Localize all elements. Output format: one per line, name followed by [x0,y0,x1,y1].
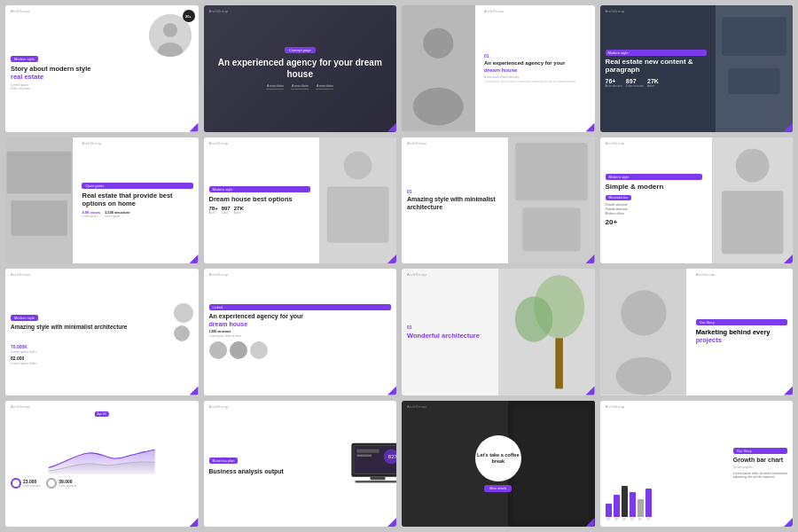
slide-10-label: ArchGroup [209,272,229,277]
slide-8-menu-3: Modern office [606,212,703,215]
svg-rect-41 [356,481,396,483]
slide-5-title: Real estate that provide best options on… [82,192,192,207]
svg-point-29 [515,296,553,341]
slide-11-icon: 01 [407,325,489,330]
slide-3-icon: 01 [484,53,590,59]
svg-point-4 [423,28,453,59]
svg-rect-7 [722,17,786,56]
svg-point-25 [250,341,268,359]
slide-9-label: ArchGroup [11,272,30,277]
slide-8-menu-2: Details structure [606,207,703,211]
slide-16: ArchGroup 20' 30' 40' 50' 60' [600,401,794,528]
slide-9: ArchGroup Modern style Amazing style wit… [5,269,199,395]
svg-point-1 [163,23,177,37]
slide-15-button[interactable]: More details [484,485,512,492]
slide-1: ArchGroup 20+ Modern style Story about m… [5,5,199,132]
svg-point-13 [344,151,372,179]
slide-15-label: ArchGroup [407,404,426,409]
slide-9-stat2: 82.000 [11,356,193,361]
slide-10-subtitle: 1,836 structure [209,330,392,333]
svg-rect-14 [327,186,389,242]
slide-8-highlight: Minimalist bar [606,195,632,200]
slide-1-label: ArchGroup [11,9,30,13]
slide-12: ArchGroup Our Story Marketing behind eve… [600,269,794,395]
slide-13-badge: Apr 02 [95,411,109,417]
slide-12-label: ArchGroup [696,272,716,277]
slide-10: ArchGroup Linked An experienced agency f… [204,269,397,395]
slide-6-title: Dream house best options [209,195,310,203]
slide-4: ArchGroup Modern style Real estate new c… [600,5,794,132]
svg-rect-37 [356,454,372,457]
slide-13-statlabel1: Cubic structure [23,484,41,488]
slide-1-badge: Modern style [11,56,38,62]
svg-point-19 [735,148,769,182]
slide-14-label: ArchGroup [209,404,229,409]
slide-11: ArchGroup 01 Wonderful architecture [402,269,595,395]
slide-8-stat: 20+ [606,218,703,226]
slide-5: ArchGroup Open gates Real estate that pr… [5,137,199,264]
slide-12-title: Marketing behind every projects [696,328,787,344]
slide-16-subtitle: Growth program [733,466,787,469]
slide-3-label: ArchGroup [484,9,504,13]
slide-9-stat1: 70.000K [11,344,193,349]
slide-12-badge: Our Story [696,319,787,325]
slide-15-title: Let's take a coffee break [475,452,521,465]
slide-2-badge: Concept page [285,47,316,53]
slide-4-label: ArchGroup [606,9,625,13]
svg-text:827: 827 [388,454,396,459]
slide-6-label: ArchGroup [209,141,229,145]
slide-2: ArchGroup Concept page An experienced ag… [204,5,397,132]
slide-16-title: Growth bar chart [733,457,787,464]
slide-2-label: ArchGroup [209,9,229,13]
slide-14: ArchGroup Business plan Business analysi… [204,401,397,528]
svg-rect-40 [371,477,386,480]
svg-point-21 [174,303,193,323]
slide-5-badge: Open gates [82,183,192,189]
slide-7: ArchGroup 01 Amazing style with minimali… [402,137,595,264]
slide-1-title: Story about modern style real estate [11,65,193,81]
svg-point-5 [413,88,464,126]
slide-8-badge: Modern style [606,174,703,180]
slide-3-title: An experienced agency for your dream hou… [484,60,590,73]
badge-20: 20+ [185,14,192,19]
slide-9-title: Amazing style with minimalist architectu… [11,324,170,331]
slide-16-label: ArchGroup [606,404,625,409]
svg-point-23 [209,341,227,359]
slide-2-title: An experienced agency for your dream hou… [209,57,392,80]
svg-rect-20 [721,191,783,254]
svg-point-32 [615,357,671,395]
slide-7-icon: 01 [407,189,498,194]
svg-point-22 [174,325,190,341]
slide-3-subtitle: A new vision of archi directory [484,75,590,79]
svg-rect-10 [7,151,72,193]
slide-10-desc: Lorem ipsum dolor sit amet [209,334,392,338]
slide-14-title: Business analysis output [209,468,340,475]
slide-13-label: ArchGroup [11,404,30,409]
svg-rect-17 [522,207,580,251]
slide-7-title: Amazing style with minimalist architectu… [407,196,498,211]
slide-3: ArchGroup 01 An experienced agency for y… [402,5,595,132]
slide-13-statlabel2: Cubic structure [59,484,76,488]
slide-11-label: ArchGroup [407,272,426,277]
slide-8-title: Simple & modern [606,183,703,192]
slide-5-label: ArchGroup [82,141,101,145]
slide-11-title: Wonderful architecture [407,332,489,340]
slide-3-desc: Lorem ipsum dolor sit amet consectetur a… [484,80,590,83]
slide-10-badge: Linked [209,304,392,310]
slide-13: ArchGroup Apr 02 [5,401,199,528]
slide-7-label: ArchGroup [407,141,426,145]
svg-rect-11 [11,200,66,236]
svg-rect-16 [515,143,588,200]
slide-8-menu-1: Details structure [606,203,703,207]
svg-point-24 [230,341,247,359]
slide-6-badge: Modern style [209,186,310,192]
slide-4-title: Real estate new content & paragraph [606,58,707,74]
slide-6: ArchGroup Modern style Dream house best … [204,137,397,264]
slide-4-badge: Modern style [606,50,707,56]
svg-rect-8 [729,68,780,94]
slide-8-label: ArchGroup [606,141,625,145]
slide-14-badge: Business plan [209,458,239,464]
svg-rect-28 [555,338,563,388]
slide-15: ArchGroup Let's take a coffee break More… [402,401,595,528]
slide-9-badge: Modern style [11,315,38,321]
